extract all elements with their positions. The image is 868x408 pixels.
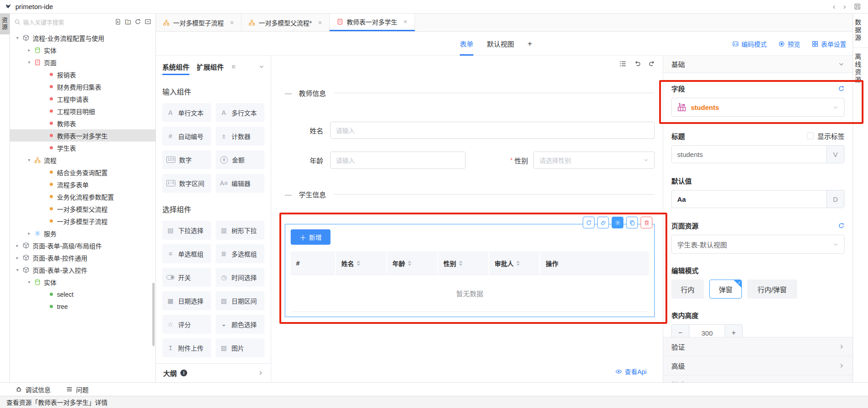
refresh-icon[interactable] — [838, 223, 844, 229]
sort-carets-icon[interactable] — [357, 261, 360, 266]
tree-item[interactable]: 工程申请表 — [10, 93, 156, 105]
new-folder-icon[interactable] — [125, 19, 131, 25]
chevron-down-icon[interactable] — [259, 64, 264, 70]
section-validation[interactable]: 验证 — [663, 337, 853, 356]
column-header-sortable[interactable]: 性别 — [438, 251, 489, 275]
component-chip[interactable]: 开关 — [162, 268, 211, 287]
expand-arrow-icon[interactable]: ▾ — [28, 280, 34, 285]
title-input[interactable]: students V — [671, 145, 844, 163]
column-header-sortable[interactable]: 审批人 — [489, 251, 540, 275]
tree-item[interactable]: 一对多模型父流程 — [10, 203, 156, 215]
tab-form[interactable]: 表单 — [460, 32, 473, 56]
component-chip[interactable]: A≡编辑器 — [216, 174, 264, 193]
component-chip[interactable]: ▤下拉选择 — [162, 221, 211, 240]
search-input[interactable]: 输入关键字搜索 — [23, 18, 112, 26]
tree-item[interactable]: ▾流程 — [10, 154, 156, 166]
widget-sync-button[interactable] — [583, 217, 594, 228]
problems-button[interactable]: 问题 — [66, 385, 89, 394]
default-suffix-button[interactable]: D — [826, 190, 844, 208]
tree-item[interactable]: 财务费用归集表 — [10, 81, 156, 93]
palette-menu-icon[interactable] — [231, 64, 236, 69]
add-row-button[interactable]: ＋ 新增 — [291, 229, 330, 245]
undo-icon[interactable] — [634, 60, 641, 67]
column-header-sortable[interactable]: 年龄 — [387, 251, 438, 275]
component-chip[interactable]: ▥树形下拉 — [216, 221, 264, 240]
expand-arrow-icon[interactable]: ▾ — [28, 157, 34, 162]
section-advanced[interactable]: 高级 — [663, 356, 853, 375]
view-api-link[interactable]: 查看Api — [615, 367, 646, 376]
widget-delete-button[interactable] — [641, 217, 652, 228]
offline-resources-strip-tab[interactable]: 离线资源 — [853, 48, 868, 90]
component-chip[interactable]: ↥附件上传 — [162, 338, 211, 357]
sidebar-scrollbar[interactable] — [152, 283, 155, 346]
expand-arrow-icon[interactable]: ▸ — [28, 231, 34, 236]
redo-icon[interactable] — [648, 60, 656, 67]
tree-item[interactable]: 结合业务查询配置 — [10, 166, 156, 178]
expand-arrow-icon[interactable]: ▾ — [16, 35, 23, 40]
column-header[interactable]: # — [291, 251, 336, 275]
nav-back-icon[interactable]: ‹ — [833, 3, 835, 10]
outline-list-icon[interactable] — [619, 60, 627, 67]
tree-item[interactable]: 教师表 — [10, 117, 156, 129]
component-chip[interactable]: A单行文本 — [162, 103, 211, 122]
code-mode-button[interactable]: 编码模式 — [732, 39, 767, 48]
resources-strip-tab[interactable]: 资源 — [0, 14, 10, 34]
nav-forward-icon[interactable]: › — [844, 3, 846, 10]
edit-mode-popup-selected[interactable]: 弹窗 ✓ — [709, 280, 742, 299]
close-tab-icon[interactable]: × — [230, 19, 234, 26]
close-tab-icon[interactable]: × — [404, 18, 407, 25]
tree-item[interactable]: 报销表 — [10, 68, 156, 81]
collapse-dash-icon[interactable]: — — [285, 89, 292, 97]
tree-item[interactable]: ▸页面-表单-高级/布局组件 — [10, 239, 156, 251]
component-chip[interactable]: ±计数器 — [216, 127, 264, 146]
editor-tab[interactable]: 一对多模型子流程 × — [156, 14, 241, 31]
edit-mode-inline[interactable]: 行内 — [671, 280, 704, 299]
tab-extension-components[interactable]: 扩展组件 — [197, 58, 224, 75]
expand-arrow-icon[interactable]: ▾ — [28, 60, 34, 65]
expand-arrow-icon[interactable]: ▸ — [16, 255, 23, 260]
close-tab-icon[interactable]: × — [318, 19, 322, 26]
checkbox-icon[interactable] — [807, 133, 814, 139]
tree-item[interactable]: ▾页面 — [10, 56, 156, 68]
column-header-sortable[interactable]: 姓名 — [336, 251, 387, 275]
editor-tab-active[interactable]: 教师表一对多学生 × — [330, 14, 415, 31]
student-subtable-widget[interactable]: ＋ 新增 # 姓名 年龄 性别 审批人 操作 暂无数据 — [285, 224, 655, 317]
component-chip[interactable]: ▨图片 — [216, 338, 264, 357]
component-chip[interactable]: ≣多选框组 — [216, 244, 264, 263]
tree-item[interactable]: ▾实体 — [10, 276, 156, 288]
basic-group-header[interactable]: 基础 — [663, 56, 853, 73]
component-chip[interactable]: ▦日期选择 — [162, 291, 211, 310]
tree-item[interactable]: ▾流程-业务流程配置与使用 — [10, 32, 156, 44]
tree-item[interactable]: 学生表 — [10, 142, 156, 154]
widget-copy-button[interactable] — [626, 217, 638, 228]
datasource-strip-tab[interactable]: 数据源 — [853, 14, 868, 48]
tab-system-components[interactable]: 系统组件 — [162, 58, 189, 75]
collapse-all-icon[interactable] — [145, 19, 151, 25]
refresh-icon[interactable] — [838, 85, 844, 92]
tree-item[interactable]: ▸实体 — [10, 44, 156, 56]
new-file-icon[interactable] — [115, 19, 121, 25]
debug-info-button[interactable]: 调试信息 — [15, 385, 51, 394]
form-settings-button[interactable]: 表单设置 — [812, 39, 846, 48]
sort-carets-icon[interactable] — [459, 261, 462, 266]
component-chip[interactable]: ◷时间选择 — [216, 268, 264, 287]
preview-button[interactable]: 预览 — [778, 39, 800, 48]
name-input[interactable]: 请输入 — [330, 122, 655, 139]
tree-item[interactable]: ▸服务 — [10, 227, 156, 239]
expand-arrow-icon[interactable]: ▸ — [28, 47, 34, 52]
section-style[interactable]: 样式 — [663, 375, 853, 382]
expand-arrow-icon[interactable]: ▸ — [16, 243, 23, 248]
age-input[interactable]: 请输入 — [330, 152, 466, 169]
editor-tab[interactable]: 一对多模型父流程* × — [241, 14, 330, 31]
add-view-button[interactable]: + — [528, 32, 532, 56]
refresh-icon[interactable] — [135, 19, 141, 25]
component-chip[interactable]: ☆评分 — [162, 315, 211, 334]
sort-carets-icon[interactable] — [516, 261, 520, 266]
variable-suffix-button[interactable]: V — [826, 146, 844, 163]
component-chip[interactable]: 1~3数字区间 — [162, 174, 211, 193]
component-chip[interactable]: #自动编号 — [162, 127, 211, 146]
field-select[interactable]: 1:n students — [671, 98, 844, 117]
tree-item[interactable]: 业务化流程参数配置 — [10, 190, 156, 203]
show-label-checkbox[interactable]: 显示标签 — [807, 131, 844, 141]
component-chip[interactable]: ◒颜色选择 — [216, 315, 264, 334]
